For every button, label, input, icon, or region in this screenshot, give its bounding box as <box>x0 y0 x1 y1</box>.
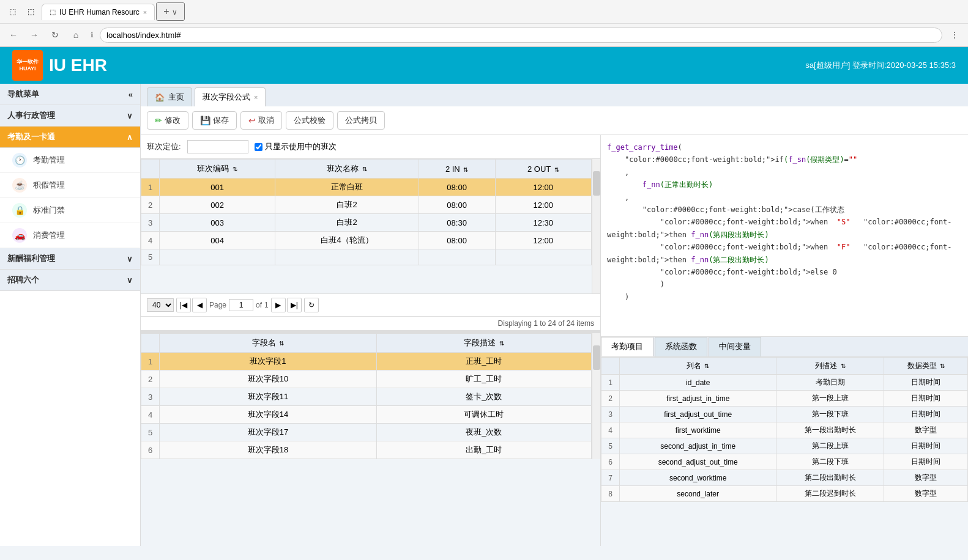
lower-col-desc[interactable]: 字段描述 ⇅ <box>376 334 591 353</box>
table-row[interactable]: 4 班次字段14 可调休工时 <box>141 406 592 424</box>
search-input[interactable] <box>187 140 248 153</box>
lower-col-num <box>141 334 160 353</box>
last-page-btn[interactable]: ▶| <box>287 298 302 312</box>
col-header-out[interactable]: 2 OUT ⇅ <box>495 160 591 179</box>
col-header-name[interactable]: 班次名称 ⇅ <box>275 160 419 179</box>
right-col-coldesc[interactable]: 列描述 ⇅ <box>776 358 884 375</box>
table-row[interactable]: 5 <box>141 249 592 265</box>
row-num: 5 <box>601 438 620 454</box>
row-num: 4 <box>601 422 620 438</box>
lower-table-area: 字段名 ⇅ 字段描述 ⇅ <box>141 331 600 459</box>
lower-table-scroll[interactable]: 字段名 ⇅ 字段描述 ⇅ <box>141 333 592 459</box>
edit-button[interactable]: ✏ 修改 <box>147 111 188 130</box>
table-row[interactable]: 3 003 白班2 08:30 12:30 <box>141 214 592 232</box>
first-page-btn[interactable]: |◀ <box>176 298 191 312</box>
row-coldesc: 第一段下班 <box>776 407 884 422</box>
window-back-btn[interactable]: ⬚ <box>5 4 20 19</box>
tab-close-btn[interactable]: × <box>143 9 147 16</box>
table-row[interactable]: 3 first_adjust_out_time 第一段下班 日期时间 <box>601 407 968 422</box>
table-row[interactable]: 7 second_worktime 第二段出勤时长 数字型 <box>601 470 968 486</box>
tab-formula[interactable]: 班次字段公式 × <box>195 87 266 106</box>
next-page-btn[interactable]: ▶ <box>271 298 286 312</box>
code-editor[interactable]: f_get_carry_time( "color:#0000cc;font-we… <box>601 135 968 337</box>
refresh-btn[interactable]: ↻ <box>304 298 319 312</box>
row-num: 1 <box>141 179 160 196</box>
tab-formula-close[interactable]: × <box>254 94 258 101</box>
browser-tab-active[interactable]: ⬚ IU EHR Human Resourc × <box>42 4 155 20</box>
copy-button[interactable]: 公式拷贝 <box>337 111 385 130</box>
table-row[interactable]: 6 second_adjust_out_time 第二段下班 日期时间 <box>601 454 968 470</box>
sort-icon-code: ⇅ <box>233 166 237 172</box>
copy-label: 公式拷贝 <box>345 115 377 126</box>
table-row[interactable]: 2 002 白班2 08:00 12:00 <box>141 196 592 214</box>
verify-label: 公式校验 <box>294 115 326 126</box>
save-button[interactable]: 💾 保存 <box>192 111 237 130</box>
sidebar-section-title-salary[interactable]: 新酬福利管理 ∨ <box>0 248 140 270</box>
row-code: 004 <box>160 232 275 249</box>
table-row[interactable]: 3 班次字段11 签卡_次数 <box>141 388 592 406</box>
table-row[interactable]: 4 first_worktime 第一段出勤时长 数字型 <box>601 422 968 438</box>
forward-btn[interactable]: → <box>26 26 43 43</box>
sort-icon-datatype: ⇅ <box>940 363 945 369</box>
window-minimize-btn[interactable]: ⬚ <box>23 4 38 19</box>
page-number-input[interactable] <box>229 299 253 311</box>
table-row[interactable]: 6 班次字段18 出勤_工时 <box>141 441 592 459</box>
table-row[interactable]: 4 004 白班4（轮流） 08:00 12:00 <box>141 232 592 249</box>
lower-table-scrollbar[interactable] <box>592 333 600 459</box>
sidebar-item-attendance-mgmt[interactable]: 🕐 考勤管理 <box>0 148 140 173</box>
table-row[interactable]: 8 second_later 第二段迟到时长 数字型 <box>601 486 968 502</box>
sidebar-item-door-access[interactable]: 🔒 标准门禁 <box>0 198 140 223</box>
sidebar-item-consumption[interactable]: 🚗 消费管理 <box>0 223 140 248</box>
col-header-in[interactable]: 2 IN ⇅ <box>419 160 495 179</box>
table-row[interactable]: 5 second_adjust_in_time 第二段上班 日期时间 <box>601 438 968 454</box>
table-row[interactable]: 2 班次字段10 旷工_工时 <box>141 370 592 388</box>
row-num: 4 <box>141 406 160 424</box>
lower-col-field[interactable]: 字段名 ⇅ <box>160 334 377 353</box>
home-btn[interactable]: ⌂ <box>67 26 84 43</box>
table-row[interactable]: 5 班次字段17 夜班_次数 <box>141 424 592 441</box>
sort-icon-out: ⇅ <box>554 166 559 173</box>
tab-home[interactable]: 🏠 主页 <box>147 87 192 106</box>
table-row[interactable]: 1 001 正常白班 08:00 12:00 <box>141 179 592 196</box>
row-num: 3 <box>601 407 620 422</box>
sidebar-section-title-attendance[interactable]: 考勤及一卡通 ∧ <box>0 127 140 148</box>
address-input[interactable] <box>100 28 942 43</box>
right-col-colname[interactable]: 列名 ⇅ <box>620 358 776 375</box>
table-row[interactable]: 1 id_date 考勤日期 日期时间 <box>601 375 968 391</box>
left-panel: 班次定位: 只显示使用中的班次 <box>141 135 601 546</box>
sidebar-section-recruit-icon: ∨ <box>127 276 133 285</box>
refresh-btn[interactable]: ↻ <box>47 26 64 43</box>
back-btn[interactable]: ← <box>5 26 22 43</box>
table-row[interactable]: 1 班次字段1 正班_工时 <box>141 353 592 370</box>
row-coldesc: 第一段上班 <box>776 391 884 407</box>
sidebar-collapse-icon[interactable]: « <box>128 90 133 99</box>
row-out: 12:00 <box>495 232 591 249</box>
row-num: 6 <box>141 441 160 459</box>
row-field: 班次字段14 <box>160 406 377 424</box>
sidebar-section-title-recruit[interactable]: 招聘六个 ∨ <box>0 270 140 291</box>
upper-table-scroll[interactable]: 班次编码 ⇅ 班次名称 ⇅ 2 IN ⇅ <box>141 159 592 293</box>
row-num: 2 <box>141 196 160 214</box>
sidebar-item-leave-mgmt[interactable]: ☕ 积假管理 <box>0 173 140 198</box>
row-coldesc: 第二段迟到时长 <box>776 486 884 502</box>
sidebar-section-title-hr[interactable]: 人事行政管理 ∨ <box>0 105 140 127</box>
tab-system-functions[interactable]: 系统函数 <box>655 337 707 356</box>
more-btn[interactable]: ⋮ <box>946 26 963 43</box>
show-active-checkbox[interactable] <box>255 143 262 151</box>
tab-home-label: 主页 <box>168 92 184 103</box>
tab-intermediate-vars[interactable]: 中间变量 <box>709 337 761 356</box>
lower-table-container: 字段名 ⇅ 字段描述 ⇅ <box>141 333 600 459</box>
leave-mgmt-icon: ☕ <box>12 178 27 193</box>
tab-attendance-items[interactable]: 考勤项目 <box>601 337 653 356</box>
verify-button[interactable]: 公式校验 <box>286 111 333 130</box>
sidebar-section-salary-label: 新酬福利管理 <box>7 253 55 264</box>
upper-table-scrollbar[interactable] <box>592 159 600 293</box>
table-row[interactable]: 2 first_adjust_in_time 第一段上班 日期时间 <box>601 391 968 407</box>
new-tab-btn[interactable]: + ∨ <box>156 2 185 21</box>
col-header-code[interactable]: 班次编码 ⇅ <box>160 160 275 179</box>
prev-page-btn[interactable]: ◀ <box>192 298 207 312</box>
consumption-label: 消费管理 <box>33 230 65 241</box>
right-col-datatype[interactable]: 数据类型 ⇅ <box>884 358 968 375</box>
cancel-button[interactable]: ↩ 取消 <box>240 111 282 130</box>
page-size-select[interactable]: 40 20 10 <box>147 298 174 312</box>
